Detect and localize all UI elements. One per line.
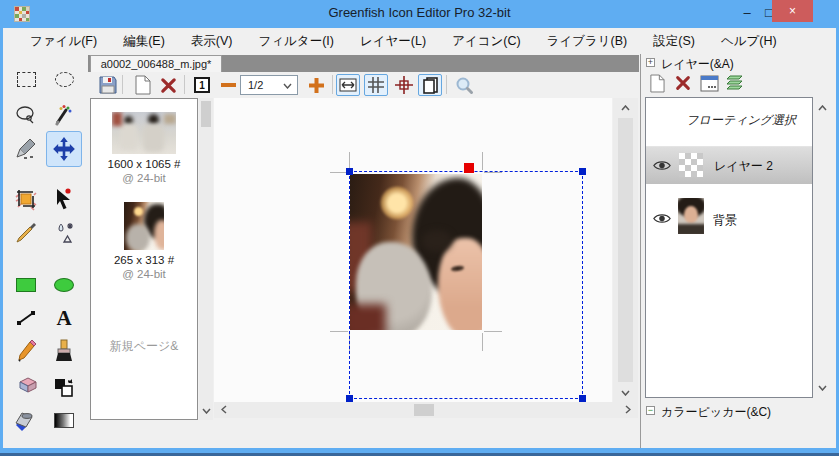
floating-selection-marquee[interactable] — [349, 171, 583, 399]
canvas-horizontal-scrollbar[interactable] — [214, 402, 638, 418]
layers-scrollbar[interactable] — [814, 97, 831, 398]
tool-retouch[interactable] — [47, 216, 81, 250]
color-picker-collapse-icon[interactable]: − — [646, 406, 655, 415]
menu-view[interactable]: 表示(V) — [178, 30, 246, 53]
toolbox: A — [3, 54, 88, 448]
canvas-scroll-down-icon[interactable] — [618, 385, 633, 400]
layer-2-name[interactable]: レイヤー 2 — [714, 158, 773, 175]
tool-crop[interactable] — [9, 182, 43, 216]
retouch-icon — [52, 221, 76, 245]
tool-rect-select[interactable] — [9, 62, 43, 96]
test-button[interactable] — [452, 74, 476, 96]
layers-scroll-down-icon[interactable] — [815, 380, 830, 395]
new-layer-button[interactable] — [646, 72, 668, 94]
grid-toggle[interactable] — [364, 74, 388, 96]
tool-eraser[interactable] — [9, 369, 43, 403]
pages-toggle[interactable] — [418, 74, 442, 96]
page-1-depth: @ 24-bit — [90, 172, 198, 184]
menu-layer[interactable]: レイヤー(L) — [347, 30, 439, 53]
merge-layers-button[interactable] — [724, 72, 746, 94]
layer-bg-name[interactable]: 背景 — [713, 212, 737, 229]
zoom-in-button[interactable] — [304, 74, 328, 96]
tool-pencil-select[interactable] — [9, 132, 43, 166]
new-layer-icon — [649, 74, 665, 93]
document-tab[interactable]: a0002_006488_m.jpg* — [90, 55, 222, 72]
selection-handle-bottomright[interactable] — [579, 395, 586, 402]
menu-icon[interactable]: アイコン(C) — [439, 30, 534, 53]
menu-library[interactable]: ライブラリ(B) — [534, 30, 641, 53]
new-page-button[interactable] — [130, 74, 154, 96]
lasso-icon — [15, 106, 37, 124]
layers-panel-header[interactable]: レイヤー(&A) — [661, 56, 734, 73]
fit-window-toggle[interactable] — [336, 74, 360, 96]
pages-scrollbar[interactable] — [199, 98, 213, 420]
layer-row-floating-selection[interactable]: フローティング選択 — [646, 112, 796, 129]
delete-page-button[interactable] — [156, 74, 180, 96]
canvas-scroll-left-icon[interactable] — [216, 402, 231, 417]
canvas-scroll-right-icon[interactable] — [620, 402, 635, 417]
layer-bg-visibility-toggle[interactable] — [652, 211, 672, 229]
pages-scrollbar-thumb[interactable] — [201, 101, 211, 127]
selection-handle-topright[interactable] — [579, 168, 586, 175]
tool-ellipse-select[interactable] — [47, 62, 81, 96]
canvas-hscroll-thumb[interactable] — [414, 404, 434, 416]
tool-text[interactable]: A — [47, 301, 81, 335]
menu-help[interactable]: ヘルプ(H) — [708, 30, 790, 53]
layer-2-thumbnail[interactable] — [679, 153, 703, 177]
tool-brush[interactable] — [47, 334, 81, 368]
tool-move[interactable] — [46, 131, 82, 167]
tool-lasso-select[interactable] — [9, 98, 43, 132]
tool-hotspot[interactable] — [47, 182, 81, 216]
color-picker-header[interactable]: カラーピッカー(&C) — [661, 404, 771, 421]
canvas-scroll-up-icon[interactable] — [618, 100, 633, 115]
zoom-out-button[interactable] — [216, 74, 240, 96]
rect-select-icon — [17, 72, 36, 87]
layers-collapse-icon[interactable]: + — [646, 58, 655, 67]
pages-scroll-down-icon[interactable] — [199, 403, 214, 418]
pencil-select-icon — [14, 137, 38, 161]
layer-bg-thumbnail[interactable] — [678, 198, 704, 234]
selection-handle-hotspot[interactable] — [464, 163, 474, 173]
canvas-vscroll-thumb[interactable] — [618, 118, 633, 382]
page-thumbnail-2[interactable] — [124, 202, 164, 250]
canvas-area[interactable] — [214, 98, 612, 402]
delete-icon — [160, 77, 177, 94]
tool-gradient[interactable] — [47, 403, 81, 437]
paint-bucket-icon — [14, 409, 38, 431]
eraser-icon — [14, 376, 38, 396]
main-toolbar: 1 1/2 — [88, 72, 639, 98]
new-page-item[interactable]: 新規ページ& — [90, 338, 198, 355]
page-thumbnail-1[interactable] — [112, 112, 176, 154]
tool-eyedropper[interactable] — [9, 216, 43, 250]
layer-2-visibility-toggle[interactable] — [652, 158, 672, 176]
tool-line[interactable] — [9, 301, 43, 335]
zoom-level-select[interactable]: 1/2 — [240, 75, 298, 95]
page-grid-toggle[interactable] — [392, 74, 416, 96]
tool-swap-colors[interactable] — [47, 369, 81, 403]
actual-size-button[interactable]: 1 — [190, 74, 214, 96]
magic-wand-icon — [53, 104, 75, 126]
close-button[interactable]: × — [772, 0, 813, 22]
minimize-button[interactable]: – — [736, 4, 758, 22]
selection-handle-topleft[interactable] — [346, 168, 353, 175]
menu-file[interactable]: ファイル(F) — [17, 30, 110, 53]
move-icon — [51, 136, 77, 162]
tool-ellipse[interactable] — [47, 268, 81, 302]
menu-edit[interactable]: 編集(E) — [110, 30, 178, 53]
tool-rectangle[interactable] — [9, 268, 43, 302]
save-button[interactable] — [96, 74, 120, 96]
eye-icon — [652, 159, 672, 172]
layer-properties-button[interactable] — [698, 72, 720, 94]
menu-settings[interactable]: 設定(S) — [640, 30, 708, 53]
tool-fill[interactable] — [9, 403, 43, 437]
tool-magic-wand[interactable] — [47, 98, 81, 132]
page-1-size: 1600 x 1065 # — [90, 158, 198, 170]
delete-layer-button[interactable] — [672, 72, 694, 94]
save-icon — [98, 75, 118, 95]
canvas-vertical-scrollbar[interactable] — [613, 98, 638, 402]
title-bar[interactable]: Greenfish Icon Editor Pro 32-bit – □ × — [0, 0, 839, 28]
layers-scroll-up-icon[interactable] — [815, 100, 830, 115]
selection-handle-bottomleft[interactable] — [346, 395, 353, 402]
tool-pencil[interactable] — [9, 334, 43, 368]
menu-filter[interactable]: フィルター(I) — [245, 30, 346, 53]
